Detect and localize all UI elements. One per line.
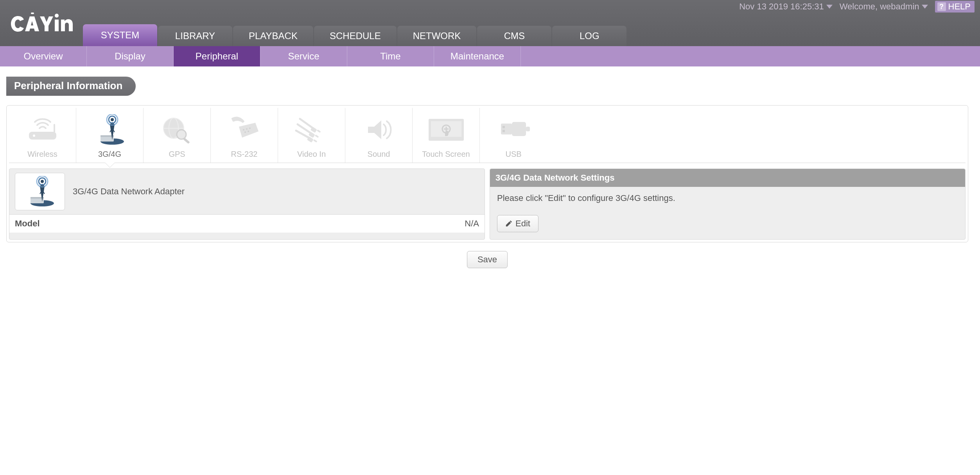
pencil-icon bbox=[505, 220, 512, 227]
active-indicator-icon bbox=[105, 163, 115, 167]
svg-rect-39 bbox=[526, 127, 530, 131]
subtab-label: Peripheral bbox=[196, 51, 238, 62]
tab-playback[interactable]: PLAYBACK bbox=[233, 26, 313, 46]
tab-network[interactable]: NETWORK bbox=[397, 26, 477, 46]
settings-panel: 3G/4G Data Network Settings Please click… bbox=[490, 168, 966, 240]
svg-rect-35 bbox=[501, 124, 512, 134]
peripheral-tab-label: USB bbox=[505, 150, 521, 159]
help-button[interactable]: ? HELP bbox=[935, 1, 975, 13]
svg-rect-1 bbox=[55, 20, 59, 31]
section-title: Peripheral Information bbox=[6, 77, 136, 96]
save-button[interactable]: Save bbox=[467, 251, 508, 268]
edit-button[interactable]: Edit bbox=[497, 215, 538, 232]
peripheral-tab-label: RS-232 bbox=[231, 150, 258, 159]
info-label: Model bbox=[15, 219, 40, 229]
subtab-time[interactable]: Time bbox=[347, 46, 434, 66]
svg-point-25 bbox=[248, 131, 249, 132]
svg-point-18 bbox=[177, 130, 186, 139]
subtab-maintenance[interactable]: Maintenance bbox=[434, 46, 521, 66]
tab-label: CMS bbox=[504, 30, 525, 41]
peripheral-tab-usb[interactable]: USB bbox=[480, 108, 547, 163]
subtab-peripheral[interactable]: Peripheral bbox=[174, 46, 260, 66]
cellular-tower-icon bbox=[20, 176, 59, 207]
question-icon: ? bbox=[937, 2, 946, 11]
peripheral-tab-gps[interactable]: GPS bbox=[144, 108, 211, 163]
subtab-display[interactable]: Display bbox=[87, 46, 174, 66]
svg-rect-29 bbox=[316, 129, 321, 133]
wireless-router-icon bbox=[21, 114, 64, 146]
content-row: 3G/4G Data Network Adapter Model N/A 3G/… bbox=[9, 168, 966, 240]
peripheral-tab-label: GPS bbox=[169, 150, 185, 159]
subtab-label: Overview bbox=[23, 51, 63, 62]
tab-log[interactable]: LOG bbox=[552, 26, 626, 46]
tab-label: PLAYBACK bbox=[249, 30, 298, 41]
peripheral-tab-rs232[interactable]: RS-232 bbox=[211, 108, 278, 163]
info-value: N/A bbox=[465, 219, 479, 229]
tab-label: SCHEDULE bbox=[330, 30, 381, 41]
tab-label: LOG bbox=[580, 30, 599, 41]
svg-rect-37 bbox=[503, 130, 505, 132]
tab-label: LIBRARY bbox=[175, 30, 215, 41]
peripheral-tab-wireless[interactable]: Wireless bbox=[9, 108, 76, 163]
settings-hint: Please click "Edit" to configure 3G/4G s… bbox=[490, 187, 965, 210]
svg-point-11 bbox=[111, 118, 114, 121]
svg-rect-36 bbox=[503, 126, 505, 128]
subtab-service[interactable]: Service bbox=[260, 46, 347, 66]
welcome-text: Welcome, webadmin bbox=[840, 2, 919, 12]
cellular-tower-icon bbox=[88, 114, 131, 146]
subtab-overview[interactable]: Overview bbox=[0, 46, 87, 66]
tab-label: NETWORK bbox=[413, 30, 461, 41]
save-row: Save bbox=[6, 251, 968, 268]
peripheral-tab-row: Wireless bbox=[9, 108, 966, 163]
av-cables-icon bbox=[290, 114, 333, 146]
tab-cms[interactable]: CMS bbox=[477, 26, 551, 46]
adapter-header: 3G/4G Data Network Adapter bbox=[9, 169, 485, 214]
settings-header: 3G/4G Data Network Settings bbox=[490, 169, 965, 187]
subtab-label: Service bbox=[288, 51, 319, 62]
tab-schedule[interactable]: SCHEDULE bbox=[314, 26, 397, 46]
utility-row: Nov 13 2019 16:25:31 Welcome, webadmin ?… bbox=[739, 0, 980, 13]
subtab-label: Display bbox=[115, 51, 145, 62]
svg-point-2 bbox=[55, 14, 59, 18]
svg-rect-31 bbox=[313, 139, 317, 143]
svg-point-4 bbox=[33, 134, 35, 137]
peripheral-tab-label: Touch Screen bbox=[422, 150, 470, 159]
top-header: Nov 13 2019 16:25:31 Welcome, webadmin ?… bbox=[0, 0, 980, 46]
svg-marker-20 bbox=[239, 123, 258, 138]
peripheral-tab-label: Sound bbox=[368, 150, 390, 159]
cayin-logo-icon bbox=[9, 10, 76, 38]
adapter-info-panel: 3G/4G Data Network Adapter Model N/A bbox=[9, 168, 485, 240]
peripheral-tab-3g4g[interactable]: 3G/4G bbox=[76, 108, 144, 163]
touchscreen-icon bbox=[425, 114, 468, 146]
tab-system[interactable]: SYSTEM bbox=[83, 24, 157, 46]
adapter-icon-box bbox=[15, 173, 65, 210]
svg-rect-0 bbox=[31, 13, 34, 14]
save-label: Save bbox=[477, 255, 497, 265]
subtab-label: Maintenance bbox=[451, 51, 504, 62]
peripheral-tab-touch[interactable]: Touch Screen bbox=[413, 108, 480, 163]
peripheral-tab-videoin[interactable]: Video In bbox=[278, 108, 345, 163]
adapter-title: 3G/4G Data Network Adapter bbox=[73, 186, 185, 197]
main-nav: SYSTEM LIBRARY PLAYBACK SCHEDULE NETWORK… bbox=[83, 24, 626, 46]
svg-rect-38 bbox=[512, 122, 526, 136]
tab-library[interactable]: LIBRARY bbox=[158, 26, 232, 46]
subtab-label: Time bbox=[380, 51, 400, 62]
datetime-text: Nov 13 2019 16:25:31 bbox=[739, 2, 824, 12]
brand-logo bbox=[9, 10, 76, 43]
datetime-dropdown[interactable]: Nov 13 2019 16:25:31 bbox=[739, 2, 833, 12]
serial-port-icon bbox=[223, 114, 266, 146]
svg-rect-5 bbox=[54, 124, 55, 133]
peripheral-tab-sound[interactable]: Sound bbox=[345, 108, 413, 163]
svg-rect-19 bbox=[183, 138, 190, 144]
svg-point-22 bbox=[246, 128, 248, 130]
svg-rect-30 bbox=[314, 134, 319, 138]
svg-point-45 bbox=[41, 180, 44, 183]
sub-nav: Overview Display Peripheral Service Time… bbox=[0, 46, 980, 66]
help-label: HELP bbox=[948, 2, 971, 12]
user-menu[interactable]: Welcome, webadmin bbox=[840, 2, 928, 12]
svg-point-21 bbox=[243, 129, 244, 131]
usb-plug-icon bbox=[492, 114, 535, 146]
globe-search-icon bbox=[156, 114, 199, 146]
edit-label: Edit bbox=[515, 219, 530, 229]
chevron-down-icon bbox=[922, 5, 928, 9]
